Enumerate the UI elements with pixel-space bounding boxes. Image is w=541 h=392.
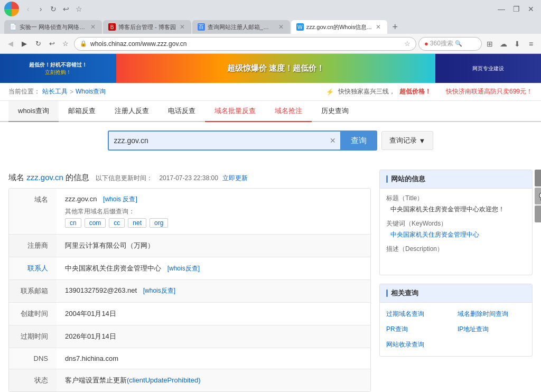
keywords-link[interactable]: 中央国家机关住房资金管理中心 <box>390 231 479 238</box>
title-value: 中央国家机关住房资金管理中心欢迎您！ <box>386 205 526 214</box>
tab-registrant-reverse[interactable]: 注册人反查 <box>105 101 158 122</box>
search-section: ✕ 查询 查询记录 ▼ <box>0 122 541 159</box>
tab-email-reverse[interactable]: 邮箱反查 <box>59 101 105 122</box>
suffix-links: cn com cc net org <box>65 218 362 228</box>
table-row: 过期时间 2026年01月14日 <box>9 325 370 348</box>
tab-4-close[interactable]: ✕ <box>375 23 382 31</box>
label-domain: 域名 <box>9 189 57 235</box>
label-create-time: 创建时间 <box>9 303 57 325</box>
related-item-2[interactable]: PR查询 <box>386 323 454 335</box>
tab-3-close[interactable]: ✕ <box>277 23 285 31</box>
toolbar-grid-icon[interactable]: ⊞ <box>484 38 496 50</box>
update-now-link[interactable]: 立即更新 <box>222 174 248 182</box>
breadcrumb-home-link[interactable]: 站长工具 <box>42 87 68 96</box>
tab-2[interactable]: B 博客后台管理 - 博客园 ✕ <box>103 20 191 34</box>
right-sidebar: 网站的信息 标题（Title） 中央国家机关住房资金管理中心欢迎您！ 关键词（K… <box>379 170 533 392</box>
whois-reverse-link-2[interactable]: [whois反查] <box>167 265 200 272</box>
table-row: 创建时间 2004年01月14日 <box>9 303 370 325</box>
table-row: 注册商 阿里云计算有限公司（万网） <box>9 235 370 257</box>
tab-3[interactable]: 百 查询网站注册人邮箱_百度... ✕ <box>192 20 290 34</box>
addr-refresh[interactable]: ↻ <box>32 38 44 50</box>
related-item-3[interactable]: IP地址查询 <box>458 323 526 335</box>
window-restore[interactable]: ❐ <box>510 3 522 15</box>
search-submit-btn[interactable]: 查询 <box>340 130 377 151</box>
browser-logo <box>4 2 19 16</box>
toolbar-menu-icon[interactable]: ≡ <box>525 38 537 50</box>
related-query-grid: 过期域名查询 域名删除时间查询 PR查询 IP地址查询 网站收录查询 <box>386 308 526 351</box>
float-msg-btn[interactable]: 💬 <box>535 188 541 204</box>
tab-history[interactable]: 历史查询 <box>312 101 358 122</box>
promo-highlight: 超低价格！ <box>399 87 431 96</box>
url-star-icon[interactable]: ☆ <box>404 40 411 48</box>
toolbar-download-icon[interactable]: ⬇ <box>511 38 523 50</box>
website-info-title-text: 网站的信息 <box>391 174 425 184</box>
home-btn[interactable]: ↩ <box>60 3 72 15</box>
domain-search-input[interactable] <box>108 130 340 151</box>
related-item-0[interactable]: 过期域名查询 <box>386 308 454 320</box>
window-close[interactable]: ✕ <box>525 3 537 15</box>
label-email: 联系邮箱 <box>9 280 57 303</box>
input-clear-icon[interactable]: ✕ <box>330 136 336 145</box>
value-domain: zzz.gov.cn [whois 反查] 其他常用域名后缀查询： cn com… <box>57 189 370 235</box>
title-bar-accent <box>386 175 388 183</box>
tab-1-close[interactable]: ✕ <box>89 23 97 31</box>
whois-reverse-link-1[interactable]: [whois 反查] <box>103 195 137 203</box>
title-suffix: 的信息 <box>66 173 89 182</box>
ad-banner: 超低价！好机不容错过！ 立刻抢购！ 超级惊爆价 速度！超低价！ 网页专业建设 <box>0 54 541 83</box>
main-tabs: whois查询 邮箱反查 注册人反查 电话反查 域名批量反查 域名抢注 历史查询 <box>0 101 541 122</box>
breadcrumb-page[interactable]: Whois查询 <box>76 87 106 96</box>
suffix-cc[interactable]: cc <box>109 218 125 228</box>
related-item-4[interactable]: 网站收录查询 <box>386 339 454 351</box>
status-link[interactable]: (clientUpdateProhibited) <box>127 376 200 384</box>
addr-forward[interactable]: ▶ <box>18 38 31 50</box>
description-label: 描述（Description） <box>386 245 526 254</box>
float-more-btn[interactable]: ··· <box>535 206 541 222</box>
search-history-label: 查询记录 <box>389 136 417 145</box>
label-registrar: 注册商 <box>9 235 57 257</box>
tab-4[interactable]: W zzz.gov.cn的Whois信息... ✕ <box>291 20 387 34</box>
website-info-section: 网站的信息 标题（Title） 中央国家机关住房资金管理中心欢迎您！ 关键词（K… <box>379 170 533 275</box>
value-dns: dns7.hichina.com <box>57 348 370 369</box>
domain-input-wrapper: ✕ <box>108 130 340 151</box>
value-contact: 中央国家机关住房资金管理中心 [whois反查] <box>57 257 370 280</box>
addr-back[interactable]: ◀ <box>4 38 17 50</box>
title-bar-accent-2 <box>386 290 388 297</box>
suffix-net[interactable]: net <box>128 218 146 228</box>
search-magnifier[interactable]: 🔍 <box>455 40 462 47</box>
suffix-cn[interactable]: cn <box>65 218 81 228</box>
tab-batch-reverse[interactable]: 域名批量反查 <box>205 101 265 122</box>
tab-domain-grab[interactable]: 域名抢注 <box>265 101 312 122</box>
title-label: 标题（Title） <box>386 194 526 203</box>
promo-text: 快快独家嘉兴三线， <box>338 87 395 96</box>
back-btn[interactable]: ‹ <box>22 3 34 15</box>
url-bar[interactable]: 🔒 whois.chinaz.com/www.zzz.gov.cn ☆ <box>74 37 416 51</box>
addr-bookmark[interactable]: ☆ <box>59 38 72 50</box>
tab-2-close[interactable]: ✕ <box>179 23 186 31</box>
addr-home[interactable]: ↩ <box>45 38 58 50</box>
breadcrumb-sep: > <box>70 88 73 96</box>
suffix-query-label: 其他常用域名后缀查询： <box>65 207 362 216</box>
value-create-time: 2004年01月14日 <box>57 303 370 325</box>
new-tab-btn[interactable]: + <box>388 20 402 34</box>
refresh-btn[interactable]: ↻ <box>48 3 59 15</box>
window-minimize[interactable]: — <box>496 3 507 15</box>
whois-reverse-link-3[interactable]: [whois反查] <box>143 287 175 294</box>
search-history-btn[interactable]: 查询记录 ▼ <box>381 131 434 150</box>
related-title-text: 相关查询 <box>391 288 418 298</box>
related-item-1[interactable]: 域名删除时间查询 <box>458 308 526 320</box>
tab-1[interactable]: 📄 实验一 网络侦查与网络扫... ✕ <box>4 20 102 34</box>
float-top-btn[interactable]: ∧ <box>535 170 541 186</box>
suffix-org[interactable]: org <box>150 218 168 228</box>
label-status: 状态 <box>9 369 57 392</box>
tab-phone-reverse[interactable]: 电话反查 <box>158 101 205 122</box>
contact-value: 中央国家机关住房资金管理中心 <box>65 264 161 272</box>
toolbar-cloud-icon[interactable]: ☁ <box>498 38 509 50</box>
ad-left-text: 超低价！好机不容错过！ <box>29 61 87 69</box>
main-content: 域名 zzz.gov.cn 的信息 以下信息更新时间： 2017-07-23 2… <box>8 170 371 392</box>
tab-whois[interactable]: whois查询 <box>8 101 59 122</box>
forward-btn[interactable]: › <box>35 3 46 15</box>
bookmark-btn[interactable]: ☆ <box>73 3 85 15</box>
tab-3-title: 查询网站注册人邮箱_百度... <box>208 23 275 31</box>
suffix-com[interactable]: com <box>85 218 106 228</box>
table-row: 联系邮箱 13901327592@263.net [whois反查] <box>9 280 370 303</box>
